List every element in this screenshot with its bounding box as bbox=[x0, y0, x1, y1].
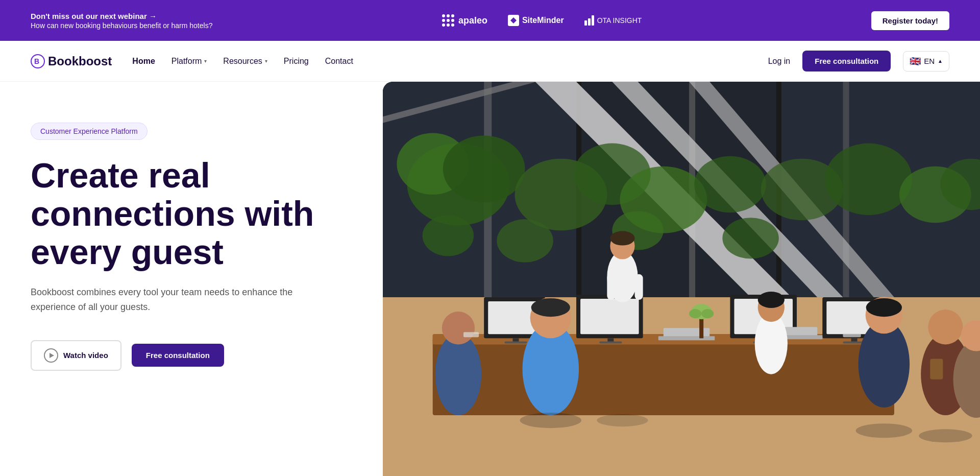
hero-image bbox=[383, 82, 980, 476]
nav-resources[interactable]: Resources ▾ bbox=[223, 53, 267, 70]
svg-point-21 bbox=[694, 156, 766, 213]
hero-badge: Customer Experience Platform bbox=[31, 123, 148, 140]
navbar: B Bookboost Home Platform ▾ Resources ▾ … bbox=[0, 41, 980, 82]
platform-chevron-icon: ▾ bbox=[204, 58, 207, 64]
hero-free-consultation-button[interactable]: Free consultation bbox=[132, 344, 224, 367]
svg-rect-63 bbox=[635, 274, 643, 300]
language-label: EN bbox=[924, 57, 935, 65]
svg-point-82 bbox=[520, 413, 582, 428]
ota-insight-label: OTA INSIGHT bbox=[597, 16, 642, 25]
navbar-right: Log in Free consultation 🇬🇧 EN ▲ bbox=[768, 51, 949, 72]
nav-platform[interactable]: Platform ▾ bbox=[172, 53, 207, 70]
svg-point-85 bbox=[919, 429, 972, 442]
lang-chevron-icon: ▲ bbox=[938, 58, 943, 64]
nav-links: Home Platform ▾ Resources ▾ Pricing Cont… bbox=[132, 53, 353, 70]
banner-content: Don't miss out our next webinar → How ca… bbox=[31, 12, 212, 30]
partner-logos: apaleo SiteMinder OTA INSIGHT bbox=[442, 14, 642, 27]
logo-icon: B bbox=[31, 54, 45, 68]
logo-text: Bookboost bbox=[48, 54, 112, 68]
svg-point-66 bbox=[531, 298, 570, 317]
hero-title: Create real connections with every guest bbox=[31, 156, 352, 271]
svg-rect-40 bbox=[580, 299, 639, 334]
siteminder-icon bbox=[508, 15, 519, 26]
top-banner: Don't miss out our next webinar → How ca… bbox=[0, 0, 980, 41]
apaleo-logo: apaleo bbox=[442, 14, 487, 27]
apaleo-label: apaleo bbox=[458, 15, 487, 26]
nav-home[interactable]: Home bbox=[132, 53, 155, 70]
svg-point-58 bbox=[701, 309, 714, 318]
svg-rect-42 bbox=[599, 341, 622, 343]
resources-chevron-icon: ▾ bbox=[265, 58, 267, 64]
svg-rect-75 bbox=[930, 359, 943, 379]
svg-point-57 bbox=[689, 309, 701, 318]
register-button[interactable]: Register today! bbox=[871, 11, 949, 30]
siteminder-label: SiteMinder bbox=[522, 16, 564, 25]
svg-point-74 bbox=[928, 310, 963, 344]
play-icon bbox=[44, 348, 58, 363]
flag-icon: 🇬🇧 bbox=[910, 56, 921, 67]
ota-bars-icon bbox=[584, 15, 594, 26]
svg-point-67 bbox=[755, 313, 788, 374]
siteminder-logo: SiteMinder bbox=[508, 15, 564, 26]
svg-point-23 bbox=[825, 144, 912, 216]
login-button[interactable]: Log in bbox=[768, 57, 791, 66]
svg-point-79 bbox=[442, 312, 475, 344]
svg-rect-32 bbox=[433, 338, 894, 415]
svg-rect-38 bbox=[504, 341, 527, 343]
hero-buttons: Watch video Free consultation bbox=[31, 340, 352, 371]
hero-left: Customer Experience Platform Create real… bbox=[0, 82, 383, 476]
svg-point-69 bbox=[758, 292, 785, 308]
hotel-lobby-illustration bbox=[383, 82, 980, 476]
ota-insight-logo: OTA INSIGHT bbox=[584, 15, 642, 26]
svg-text:B: B bbox=[34, 57, 39, 65]
svg-point-72 bbox=[866, 298, 902, 317]
svg-point-17 bbox=[443, 135, 525, 202]
svg-point-83 bbox=[597, 414, 648, 426]
watch-video-button[interactable]: Watch video bbox=[31, 340, 121, 371]
free-consultation-nav-button[interactable]: Free consultation bbox=[802, 51, 891, 72]
svg-point-78 bbox=[435, 333, 481, 415]
banner-title: Don't miss out our next webinar → bbox=[31, 12, 212, 20]
svg-rect-81 bbox=[843, 333, 861, 337]
nav-contact[interactable]: Contact bbox=[325, 53, 353, 70]
nav-pricing[interactable]: Pricing bbox=[284, 53, 309, 70]
language-selector[interactable]: 🇬🇧 EN ▲ bbox=[903, 51, 949, 72]
hero-section: Customer Experience Platform Create real… bbox=[0, 82, 980, 476]
svg-point-61 bbox=[610, 231, 634, 245]
logo[interactable]: B Bookboost bbox=[31, 54, 112, 68]
svg-point-26 bbox=[423, 215, 474, 256]
svg-point-84 bbox=[856, 423, 913, 438]
svg-point-27 bbox=[497, 219, 553, 262]
apaleo-dots-icon bbox=[442, 14, 454, 27]
svg-rect-80 bbox=[463, 332, 479, 337]
navbar-left: B Bookboost Home Platform ▾ Resources ▾ … bbox=[31, 53, 353, 70]
svg-rect-62 bbox=[607, 274, 615, 300]
banner-subtitle: How can new booking behaviours benefit o… bbox=[31, 21, 212, 30]
svg-rect-52 bbox=[658, 336, 715, 340]
svg-point-29 bbox=[722, 218, 779, 258]
hero-subtitle: Bookboost combines every tool your team … bbox=[31, 285, 296, 315]
